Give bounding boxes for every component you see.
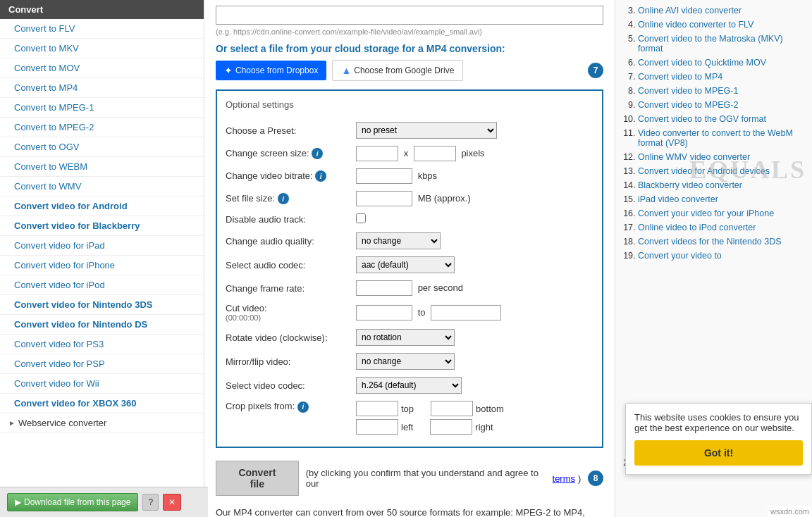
sidebar-item-wmv[interactable]: Convert to WMV — [0, 177, 204, 197]
step-8-badge: 8 — [588, 471, 603, 486]
sidebar-link-webservice[interactable]: Webservice converter — [18, 418, 106, 428]
crop-right-input[interactable] — [430, 419, 472, 435]
preset-select[interactable]: no preset — [356, 122, 497, 139]
list-item: Online video converter to FLV — [638, 20, 804, 30]
sidebar-item-android[interactable]: Convert video for Android — [0, 197, 204, 216]
mirror-select[interactable]: no change — [356, 353, 455, 370]
sidebar-item-xbox360[interactable]: Convert video for XBOX 360 — [0, 394, 204, 413]
gdrive-label: Choose from Google Drive — [354, 66, 454, 75]
sidebar-link-flv[interactable]: Convert to FLV — [14, 23, 75, 34]
sidebar-link-ipod[interactable]: Convert video for iPod — [14, 280, 105, 290]
crop-left-input[interactable] — [356, 419, 398, 435]
list-link[interactable]: Convert your video for your iPhone — [638, 208, 774, 218]
download-button[interactable]: ▶ Download file from this page — [7, 493, 138, 511]
sidebar-link-xbox360[interactable]: Convert video for XBOX 360 — [14, 398, 136, 409]
sidebar-item-wii[interactable]: Convert video for Wii — [0, 374, 204, 394]
cut-from-input[interactable] — [356, 305, 412, 320]
list-link[interactable]: Online AVI video converter — [638, 6, 742, 15]
sidebar-link-mpeg1[interactable]: Convert to MPEG-1 — [14, 102, 94, 113]
bitrate-input[interactable] — [356, 168, 412, 184]
list-link[interactable]: Convert video for Android devices — [638, 166, 770, 176]
list-link[interactable]: Online WMV video converter — [638, 152, 750, 162]
right-label: right — [475, 422, 493, 432]
screen-size-info-icon[interactable]: i — [312, 148, 323, 159]
audio-codec-select[interactable]: aac (default) — [356, 256, 455, 273]
sidebar-item-nintendo3ds[interactable]: Convert video for Nintendo 3DS — [0, 295, 204, 315]
sidebar-item-flv[interactable]: Convert to FLV — [0, 19, 204, 39]
frame-rate-input[interactable] — [356, 280, 412, 296]
sidebar-item-psp[interactable]: Convert video for PSP — [0, 354, 204, 374]
sidebar-item-nintendods[interactable]: Convert video for Nintendo DS — [0, 315, 204, 335]
list-link[interactable]: Online video to iPod converter — [638, 223, 756, 232]
list-link[interactable]: Convert videos for the Nintendo 3DS — [638, 237, 782, 247]
crop-info-icon[interactable]: i — [297, 401, 309, 413]
cookie-gotit-button[interactable]: Got it! — [634, 440, 803, 466]
gdrive-button[interactable]: ▲ Choose from Google Drive — [332, 60, 463, 81]
sidebar-item-webm[interactable]: Convert to WEBM — [0, 157, 204, 177]
terms-link[interactable]: terms — [553, 473, 576, 484]
dropbox-button[interactable]: ✦ Choose from Dropbox — [216, 61, 326, 80]
sidebar-item-ps3[interactable]: Convert video for PS3 — [0, 335, 204, 354]
filesize-info-icon[interactable]: i — [278, 193, 289, 204]
sidebar-link-iphone[interactable]: Convert video for iPhone — [14, 260, 115, 270]
sidebar-link-psp[interactable]: Convert video for PSP — [14, 359, 105, 369]
audio-quality-select[interactable]: no change — [356, 232, 441, 249]
video-codec-select[interactable]: h.264 (default) — [356, 377, 462, 394]
list-link[interactable]: Convert video to the Matroska (MKV) form… — [638, 34, 783, 54]
sidebar-item-iphone[interactable]: Convert video for iPhone — [0, 256, 204, 275]
list-link[interactable]: Online video converter to FLV — [638, 20, 753, 30]
sidebar-item-mpeg1[interactable]: Convert to MPEG-1 — [0, 98, 204, 118]
audio-codec-label: Select audio codec: — [226, 253, 356, 277]
list-link[interactable]: Blackberry video converter — [638, 180, 742, 190]
sidebar-item-ipad[interactable]: Convert video for iPad — [0, 236, 204, 256]
sidebar-link-ogv[interactable]: Convert to OGV — [14, 142, 79, 152]
sidebar-link-nintendods[interactable]: Convert video for Nintendo DS — [14, 319, 147, 330]
sidebar-item-ipod[interactable]: Convert video for iPod — [0, 275, 204, 295]
sidebar-link-wii[interactable]: Convert video for Wii — [14, 378, 99, 389]
sidebar-item-blackberry[interactable]: Convert video for Blackberry — [0, 216, 204, 236]
left-label: left — [401, 422, 413, 432]
disable-audio-checkbox[interactable] — [356, 213, 366, 223]
screen-height-input[interactable] — [414, 146, 456, 161]
filesize-input[interactable] — [356, 191, 412, 206]
sidebar-link-mkv[interactable]: Convert to MKV — [14, 43, 79, 54]
list-item: Online video to iPod converter — [638, 223, 804, 232]
cut-video-label: Cut video: — [226, 303, 356, 313]
crop-top-input[interactable] — [356, 401, 398, 416]
sidebar-link-mp4[interactable]: Convert to MP4 — [14, 82, 78, 93]
screen-width-input[interactable] — [356, 146, 398, 161]
sidebar-link-wmv[interactable]: Convert to WMV — [14, 181, 81, 192]
sidebar-link-nintendo3ds[interactable]: Convert video for Nintendo 3DS — [14, 299, 152, 310]
list-item: Blackberry video converter — [638, 180, 804, 190]
bitrate-info-icon[interactable]: i — [315, 170, 326, 182]
sidebar-link-ipad[interactable]: Convert video for iPad — [14, 240, 105, 251]
list-link[interactable]: Convert video to the OGV format — [638, 114, 766, 124]
list-link[interactable]: Convert video to MP4 — [638, 72, 722, 82]
sidebar-item-mov[interactable]: Convert to MOV — [0, 58, 204, 78]
list-link[interactable]: Video converter to convert to the WebM f… — [638, 128, 793, 148]
sidebar-link-android[interactable]: Convert video for Android — [14, 201, 128, 211]
list-link[interactable]: Convert your video to — [638, 251, 722, 261]
list-link[interactable]: Convert video to Quicktime MOV — [638, 58, 766, 68]
sidebar-link-ps3[interactable]: Convert video for PS3 — [14, 339, 104, 349]
sidebar-link-mov[interactable]: Convert to MOV — [14, 63, 80, 73]
crop-bottom-input[interactable] — [431, 401, 473, 416]
sidebar-item-mpeg2[interactable]: Convert to MPEG-2 — [0, 118, 204, 137]
sidebar-link-blackberry[interactable]: Convert video for Blackberry — [14, 220, 140, 231]
cut-to-input[interactable] — [431, 305, 501, 320]
sidebar-item-webservice[interactable]: ► Webservice converter — [0, 413, 204, 433]
close-button[interactable]: ✕ — [163, 494, 181, 511]
sidebar-item-mp4[interactable]: Convert to MP4 — [0, 78, 204, 98]
rotate-select[interactable]: no rotation — [356, 329, 455, 346]
sidebar-link-webm[interactable]: Convert to WEBM — [14, 161, 87, 172]
sidebar-link-mpeg2[interactable]: Convert to MPEG-2 — [14, 122, 94, 132]
url-input[interactable] — [216, 6, 603, 25]
sidebar-item-ogv[interactable]: Convert to OGV — [0, 137, 204, 157]
list-link[interactable]: Convert video to MPEG-2 — [638, 100, 738, 110]
convert-button[interactable]: Convert file — [216, 461, 299, 496]
list-link[interactable]: Convert video to MPEG-1 — [638, 86, 738, 96]
sidebar-item-mkv[interactable]: Convert to MKV — [0, 39, 204, 58]
frame-rate-label: Change frame rate: — [226, 277, 356, 299]
list-link[interactable]: iPad video converter — [638, 194, 718, 204]
help-button[interactable]: ? — [142, 494, 159, 511]
